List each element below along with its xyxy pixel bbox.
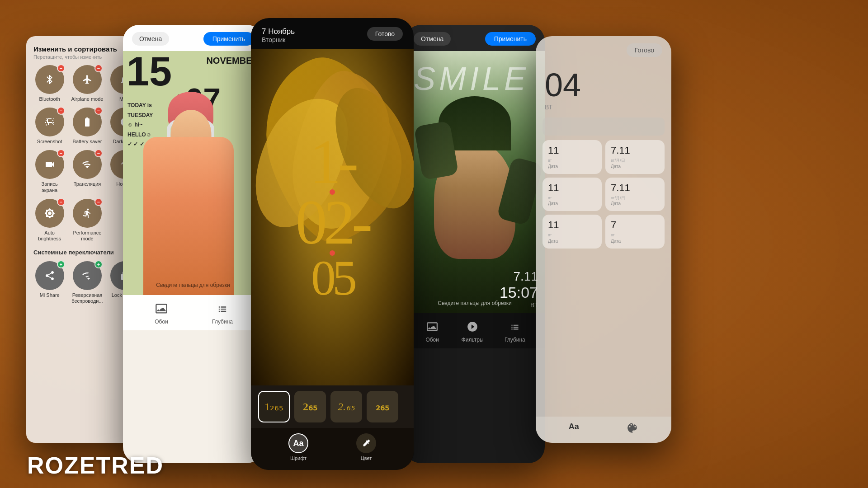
clock-row-3: 11 втДата 7 втДата bbox=[542, 215, 665, 249]
clock-card-2[interactable]: 7.11 вт/月/日Дата bbox=[605, 140, 665, 174]
clock-card-5[interactable]: 11 втДата bbox=[542, 215, 602, 249]
phone-center-header: 7 Ноябрь Вторник Готово bbox=[251, 18, 414, 49]
center-footer: Aa Шрифт Цвет bbox=[251, 428, 414, 470]
font-option-2[interactable]: 2₆₅ bbox=[294, 391, 326, 422]
wireless-icon bbox=[82, 270, 93, 281]
screenshot-badge: − bbox=[57, 107, 65, 115]
ctrl-item-broadcast[interactable]: − Трансляция bbox=[71, 150, 103, 193]
phone-right-clock-selector: Готово 04 ВТ 11 втДата 7.11 вт/月/日Дата 1… bbox=[536, 36, 671, 443]
right-color-icon bbox=[627, 422, 638, 434]
airplane-icon bbox=[82, 74, 93, 85]
ctrl-item-airplane[interactable]: − Airplane mode bbox=[71, 65, 103, 102]
record-icon-wrap: − bbox=[35, 150, 64, 179]
ctrl-item-battery[interactable]: − Battery saver bbox=[71, 108, 103, 145]
font-option-1[interactable]: 1₂₆₅ bbox=[258, 391, 290, 422]
swipe-hint-2: Сведите пальцы для обрезки bbox=[156, 282, 230, 288]
center-done-button[interactable]: Готово bbox=[367, 27, 403, 41]
smile-wallpaper-content: SMILE 7.11 15:07 ВТ Сведите пальцы для о… bbox=[405, 51, 545, 313]
phone4-footer-depth[interactable]: Глубина bbox=[505, 319, 525, 343]
logo: ROZETRED bbox=[27, 452, 164, 479]
font-option-4[interactable]: ₂₆₅ bbox=[367, 391, 398, 422]
broadcast-badge: − bbox=[94, 149, 103, 157]
person-body bbox=[143, 137, 234, 295]
font-icon-button[interactable]: Aa bbox=[288, 433, 308, 453]
phone2-footer-wallpaper[interactable]: Обои bbox=[153, 300, 170, 325]
phone-right-header: Готово bbox=[536, 36, 671, 64]
swipe-hint-4: Сведите пальцы для обрезки bbox=[438, 300, 512, 306]
clock-card-3[interactable]: 11 втДата bbox=[542, 178, 602, 211]
phone4-footer-filters[interactable]: Фильтры bbox=[462, 319, 484, 343]
phone-smile-portrait: Отмена Применить SMILE 7.11 15:07 ВТ Све… bbox=[405, 25, 545, 463]
clock-option-list: 11 втДата 7.11 вт/月/日Дата 11 втДата 7.11… bbox=[536, 140, 671, 417]
center-footer-color[interactable]: Цвет bbox=[356, 433, 376, 461]
phone2-apply-button[interactable]: Применить bbox=[203, 32, 254, 46]
right-footer: Aa bbox=[536, 417, 671, 443]
flower-clock-area: 1- 02- 05 bbox=[251, 49, 414, 385]
ctrl-item-record[interactable]: − Запись экрана bbox=[33, 150, 66, 193]
ctrl-item-wireless[interactable]: + Реверсивная беспроводи... bbox=[71, 261, 103, 304]
phone4-header: Отмена Применить bbox=[405, 25, 545, 51]
record-badge: − bbox=[57, 149, 65, 157]
font-selector-strip: 1₂₆₅ 2₆₅ 2.₆₅ ₂₆₅ bbox=[251, 385, 414, 428]
clock-row-2: 11 втДата 7.11 вт/月/日Дата bbox=[542, 178, 665, 211]
right-clock-big-display: 04 bbox=[536, 64, 671, 103]
phone4-cancel-button[interactable]: Отмена bbox=[414, 32, 451, 46]
wallpaper-icon-4 bbox=[424, 319, 440, 335]
clock-sec: 05 bbox=[311, 258, 354, 298]
screenshot-icon bbox=[44, 117, 55, 127]
filters-icon bbox=[464, 319, 481, 335]
ctrl-item-performance[interactable]: − Performance mode bbox=[71, 199, 103, 242]
depth-icon-4 bbox=[507, 319, 523, 335]
phone2-cancel-button[interactable]: Отмена bbox=[132, 32, 169, 46]
center-footer-font[interactable]: Aa Шрифт bbox=[288, 433, 308, 461]
right-footer-color[interactable] bbox=[627, 422, 638, 434]
phone-wallpaper-graffiti: Отмена Применить 15 NOVEMBER :07 TODAY i… bbox=[123, 25, 263, 463]
phone-center-clock: 7 Ноябрь Вторник Готово 1- 02- 05 bbox=[251, 18, 414, 470]
right-footer-font[interactable]: Aa bbox=[569, 422, 579, 434]
right-clock-sub-display: ВТ bbox=[536, 103, 671, 111]
mishare-icon-wrap: + bbox=[35, 261, 64, 290]
phone4-footer-wallpaper[interactable]: Обои bbox=[424, 319, 440, 343]
ctrl-item-bluetooth[interactable]: − Bluetooth bbox=[33, 65, 66, 102]
performance-icon-wrap: − bbox=[73, 199, 102, 228]
bluetooth-icon-wrap: − bbox=[35, 65, 64, 94]
color-icon-button[interactable] bbox=[356, 433, 376, 453]
ctrl-item-mishare[interactable]: + Mi Share bbox=[33, 261, 66, 304]
screenshot-icon-wrap: − bbox=[35, 108, 64, 136]
depth-icon bbox=[214, 300, 231, 317]
right-input-field[interactable] bbox=[542, 117, 665, 136]
autobrightness-icon-wrap: − bbox=[35, 199, 64, 228]
ctrl-item-autobrightness[interactable]: − Auto brightness bbox=[33, 199, 66, 242]
phone2-footer: Обои Глубина bbox=[123, 295, 263, 330]
broadcast-icon-wrap: − bbox=[73, 150, 102, 179]
bluetooth-icon bbox=[44, 74, 55, 85]
bluetooth-badge: − bbox=[57, 64, 65, 72]
clock-row-1: 11 втДата 7.11 вт/月/日Дата bbox=[542, 140, 665, 174]
clock-card-4[interactable]: 7.11 вт/月/日Дата bbox=[605, 178, 665, 211]
center-date-info: 7 Ноябрь Вторник bbox=[262, 27, 295, 43]
wireless-icon-wrap: + bbox=[73, 261, 102, 290]
right-done-button[interactable]: Готово bbox=[627, 43, 662, 57]
autobrightness-badge: − bbox=[57, 198, 65, 206]
airplane-icon-wrap: − bbox=[73, 65, 102, 94]
broadcast-icon bbox=[82, 159, 93, 170]
clock-hour: 1- bbox=[310, 136, 355, 188]
ctrl-item-screenshot[interactable]: − Screenshot bbox=[33, 108, 66, 145]
record-icon bbox=[44, 159, 55, 170]
mishare-icon bbox=[44, 270, 55, 281]
right-font-label: Aa bbox=[569, 422, 579, 432]
phone2-header: Отмена Применить bbox=[123, 25, 263, 51]
font-option-3[interactable]: 2.₆₅ bbox=[330, 391, 362, 422]
performance-badge: − bbox=[94, 198, 103, 206]
phone4-apply-button[interactable]: Применить bbox=[485, 32, 536, 46]
battery-icon-wrap: − bbox=[73, 108, 102, 136]
performance-icon bbox=[82, 208, 93, 219]
mishare-badge: + bbox=[57, 260, 65, 268]
phone4-footer: Обои Фильтры Глубина bbox=[405, 313, 545, 348]
graffiti-wallpaper-bg: 15 NOVEMBER :07 TODAY isTUESDAY☺ hi~HELL… bbox=[123, 51, 263, 295]
phone2-footer-depth[interactable]: Глубина bbox=[212, 300, 233, 325]
clock-card-1[interactable]: 11 втДата bbox=[542, 140, 602, 174]
phone2-wallpaper-content: 15 NOVEMBER :07 TODAY isTUESDAY☺ hi~HELL… bbox=[123, 51, 263, 295]
clock-card-6[interactable]: 7 втДата bbox=[605, 215, 665, 249]
battery-badge: − bbox=[94, 107, 103, 115]
